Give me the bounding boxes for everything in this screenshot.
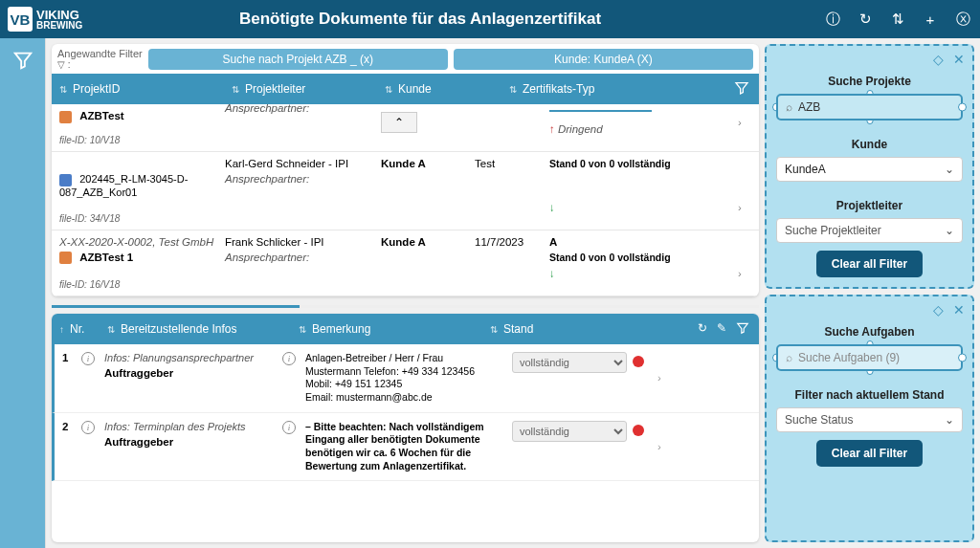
close-icon[interactable]: ⓧ <box>953 10 972 29</box>
expand-chevron-icon[interactable]: › <box>728 202 751 213</box>
collapse-button[interactable]: ⌃ <box>381 112 417 133</box>
col-projektid[interactable]: ProjektID <box>73 82 120 96</box>
project-title-line: X-XX-2020-X-0002, Test GmbH <box>59 236 217 248</box>
col-kunde[interactable]: Kunde <box>398 82 432 96</box>
filter-pill-kunde[interactable]: Kunde: KundeA (X) <box>454 49 753 70</box>
typ: Test <box>475 158 542 169</box>
leiter-select[interactable]: Suche Projektleiter ⌄ <box>776 218 963 243</box>
leiter-label: Projektleiter <box>776 199 963 212</box>
refresh-icon[interactable]: ↻ <box>698 321 707 338</box>
project-row: Karl-Gerd Schneider - IPI Kunde A Test S… <box>52 152 759 230</box>
logo-icon: VB <box>8 7 33 32</box>
brand-line2: BREWING <box>36 20 82 31</box>
funnel-icon <box>12 50 33 71</box>
urgent-label: Dringend <box>558 123 603 135</box>
task-row: 1 i Infos: Planungsansprechpartner Auftr… <box>52 344 759 413</box>
col-stand[interactable]: Stand <box>503 322 533 336</box>
chevron-down-icon: ⌄ <box>945 224 954 237</box>
status-dot-red <box>633 425 644 436</box>
sort-icon[interactable]: ⇅ <box>385 84 392 95</box>
info-icon[interactable]: i <box>282 352 296 365</box>
search-icon: ⌕ <box>786 351 792 364</box>
project-search[interactable]: ⌕ <box>776 94 963 121</box>
eraser-icon[interactable]: ◇ <box>933 52 944 67</box>
stand-select[interactable]: vollständig <box>512 421 627 442</box>
sort-icon[interactable]: ⇅ <box>490 324 498 335</box>
task-info-sub: Infos: Planungsansprechpartner <box>104 352 277 363</box>
file-icon <box>59 174 72 186</box>
task-nr: 1 <box>62 352 76 405</box>
search-projects-panel: ◇ ✕ Suche Projekte ⌕ Kunde KundeA ⌄ Proj… <box>765 44 974 289</box>
status-text: Stand 0 von 0 vollständig <box>549 252 721 264</box>
project-name: AZBTest 1 <box>79 252 133 263</box>
applied-filters: Angewandte Filter ▽ : Suche nach Projekt… <box>52 44 759 74</box>
sort-icon[interactable]: ⇅ <box>509 84 517 95</box>
col-nr[interactable]: Nr. <box>70 322 84 336</box>
refresh-icon[interactable]: ↻ <box>856 10 875 29</box>
arrow-down-icon: ↓ <box>549 268 721 279</box>
task-bemerkung: – Bitte beachten: Nach vollständigem Ein… <box>305 421 506 473</box>
sort-icon[interactable]: ⇅ <box>888 10 907 29</box>
panel-title: Suche Aufgaben <box>776 325 963 339</box>
filter-icon[interactable] <box>736 321 749 338</box>
file-id: file-ID: 10/V18 <box>59 135 751 145</box>
status-dot-red <box>633 356 644 367</box>
ansprechpartner-label: Ansprechpartner: <box>225 252 373 264</box>
urgent-arrow-icon: ↑ <box>549 123 555 135</box>
col-infos[interactable]: Bereitzustellende Infos <box>121 322 236 336</box>
progress-bar <box>52 305 759 308</box>
kunde-label: Kunde <box>776 138 963 151</box>
leiter-placeholder: Suche Projektleiter <box>785 224 881 237</box>
expand-chevron-icon[interactable]: › <box>657 352 677 405</box>
sort-icon[interactable]: ⇅ <box>107 324 115 335</box>
sort-icon[interactable]: ⇅ <box>59 84 67 95</box>
filter-pill-project[interactable]: Suche nach Projekt AZB _ (x) <box>148 49 448 70</box>
expand-chevron-icon[interactable]: › <box>657 421 677 473</box>
task-search-input[interactable] <box>798 351 953 364</box>
add-icon[interactable]: + <box>921 10 940 29</box>
sort-icon[interactable]: ⇅ <box>299 324 306 335</box>
filters-label: Angewandte Filter <box>57 48 143 59</box>
task-info-sub: Infos: Terminplan des Projekts <box>104 421 277 432</box>
kunde-value: KundeA <box>785 163 826 176</box>
column-filter-icon[interactable] <box>724 80 759 99</box>
filters-funnel-icon: ▽ : <box>57 59 143 70</box>
typ: A <box>549 236 721 248</box>
date: 11/7/2023 <box>475 236 542 248</box>
ansprechpartner-label: Ansprechpartner: <box>225 173 373 197</box>
file-id: file-ID: 16/V18 <box>59 279 751 290</box>
sort-icon[interactable]: ↑ <box>59 324 64 335</box>
filter-sidebar[interactable] <box>0 38 46 548</box>
task-search[interactable]: ⌕ <box>776 344 963 371</box>
clear-filter-button[interactable]: Clear all Filter <box>816 440 923 467</box>
col-zertifikat[interactable]: Zertifikats-Typ <box>523 82 594 96</box>
project-search-input[interactable] <box>798 100 953 114</box>
expand-chevron-icon[interactable]: › <box>728 268 751 279</box>
col-bemerkung[interactable]: Bemerkung <box>312 322 370 336</box>
info-icon[interactable]: i <box>81 421 95 434</box>
status-placeholder: Suche Status <box>785 413 853 427</box>
tasks-card: ↑Nr. ⇅Bereitzustellende Infos ⇅Bemerkung… <box>52 314 759 542</box>
info-icon[interactable]: ⓘ <box>823 10 842 29</box>
eraser-icon[interactable]: ◇ <box>933 302 944 318</box>
projects-header-row: ⇅ProjektID ⇅Projektleiter ⇅Kunde ⇅Zertif… <box>52 74 759 104</box>
tasks-body: 1 i Infos: Planungsansprechpartner Auftr… <box>52 344 759 481</box>
search-icon: ⌕ <box>786 100 792 114</box>
task-info-main: Auftraggeber <box>104 436 277 448</box>
col-projektleiter[interactable]: Projektleiter <box>245 82 305 96</box>
info-icon[interactable]: i <box>282 421 296 434</box>
close-panel-icon[interactable]: ✕ <box>953 302 965 318</box>
expand-chevron-icon[interactable]: › <box>728 110 751 135</box>
clear-filter-button[interactable]: Clear all Filter <box>816 251 923 277</box>
project-name: AZBTest <box>79 110 123 121</box>
tasks-header-row: ↑Nr. ⇅Bereitzustellende Infos ⇅Bemerkung… <box>52 314 759 344</box>
kunde-select[interactable]: KundeA ⌄ <box>776 157 963 182</box>
sort-icon[interactable]: ⇅ <box>232 84 239 95</box>
project-row: AZBTest Ansprechpartner: ⌃ ↑ Dringend › <box>52 104 759 152</box>
close-panel-icon[interactable]: ✕ <box>953 52 965 67</box>
info-icon[interactable]: i <box>81 352 95 365</box>
stand-select[interactable]: vollständig <box>512 352 627 373</box>
task-bemerkung: Anlagen-Betreiber / Herr / Frau Musterma… <box>305 352 506 405</box>
edit-icon[interactable]: ✎ <box>717 321 726 338</box>
status-select[interactable]: Suche Status ⌄ <box>776 407 963 432</box>
